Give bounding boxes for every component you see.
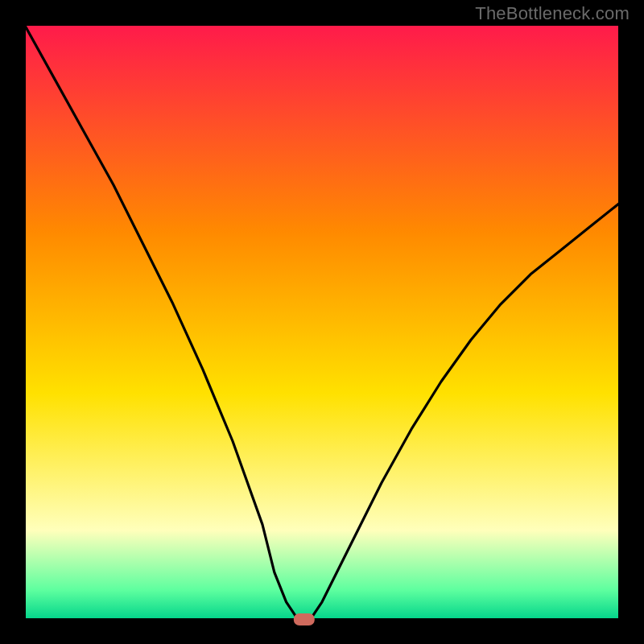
chart-frame: TheBottleneck.com <box>0 0 644 644</box>
plot-background <box>24 24 620 620</box>
chart-svg <box>0 0 644 644</box>
watermark-text: TheBottleneck.com <box>475 3 630 24</box>
min-marker <box>294 613 315 625</box>
